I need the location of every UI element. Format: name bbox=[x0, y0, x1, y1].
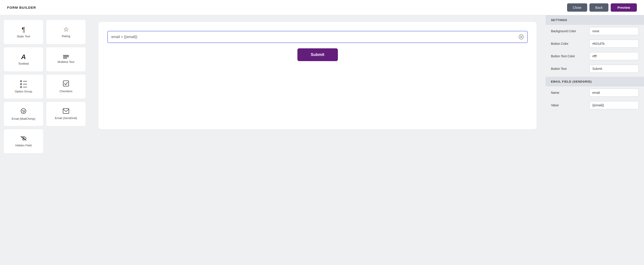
settings-section-header: SETTINGS bbox=[546, 15, 644, 25]
checkbox-icon bbox=[63, 80, 69, 88]
email-field-text: email = {{email}} bbox=[111, 35, 519, 39]
submit-row: Submit bbox=[107, 48, 528, 61]
star-icon: ☆ bbox=[63, 27, 69, 33]
component-label: Email (SendGrid) bbox=[55, 116, 77, 120]
svg-rect-4 bbox=[63, 109, 69, 113]
button-text-label: Button Text bbox=[551, 67, 587, 71]
mailchimp-icon bbox=[20, 108, 27, 115]
settings-panel: SETTINGS Background Color Button Color B… bbox=[546, 15, 644, 265]
value-input[interactable] bbox=[590, 101, 639, 109]
back-button[interactable]: Back bbox=[590, 3, 608, 12]
button-text-input[interactable] bbox=[590, 65, 639, 73]
textfield-icon: A bbox=[21, 54, 26, 60]
settings-row-button-text-color: Button Text Color bbox=[546, 50, 644, 63]
component-label: Multiline Text bbox=[58, 60, 74, 64]
background-color-label: Background Color bbox=[551, 29, 587, 33]
settings-email-rows: Name Value bbox=[546, 86, 644, 113]
multiline-icon bbox=[63, 55, 69, 58]
component-label: Checkbox bbox=[60, 90, 72, 93]
field-clear-button[interactable] bbox=[519, 35, 524, 39]
component-rating[interactable]: ☆ Rating bbox=[46, 20, 86, 44]
main-layout: ¶ Static Text ☆ Rating A Textfield Multi… bbox=[0, 15, 644, 265]
svg-rect-0 bbox=[63, 81, 69, 86]
settings-row-button-color: Button Color bbox=[546, 37, 644, 50]
form-preview-area: email = {{email}} Submit bbox=[98, 22, 537, 129]
hidden-icon bbox=[20, 136, 27, 142]
background-color-input[interactable] bbox=[590, 27, 639, 35]
app-title: FORM BUILDER bbox=[7, 6, 36, 10]
settings-row-background-color: Background Color bbox=[546, 25, 644, 37]
component-email-mailchimp[interactable]: Email (MailChimp) bbox=[4, 102, 44, 126]
component-hidden-field[interactable]: Hidden Field bbox=[4, 129, 44, 154]
sendgrid-icon bbox=[63, 108, 69, 115]
svg-point-3 bbox=[24, 110, 25, 111]
component-static-text[interactable]: ¶ Static Text bbox=[4, 20, 44, 44]
component-label: Option Group bbox=[15, 90, 32, 93]
header-actions: Close Back Preview bbox=[567, 3, 637, 12]
button-text-color-input[interactable] bbox=[590, 52, 639, 60]
preview-button[interactable]: Preview bbox=[611, 3, 637, 12]
component-label: Static Text bbox=[17, 35, 30, 38]
settings-row-value: Value bbox=[546, 99, 644, 111]
component-checkbox[interactable]: Checkbox bbox=[46, 74, 86, 99]
component-label: Email (MailChimp) bbox=[12, 117, 35, 120]
clear-field-icon bbox=[519, 35, 524, 39]
component-email-sendgrid[interactable]: Email (SendGrid) bbox=[46, 102, 86, 126]
name-label: Name bbox=[551, 91, 587, 94]
value-label: Value bbox=[551, 103, 587, 107]
button-text-color-label: Button Text Color bbox=[551, 54, 587, 58]
close-button[interactable]: Close bbox=[567, 3, 587, 12]
component-label: Rating bbox=[62, 35, 70, 38]
app-header: FORM BUILDER Close Back Preview bbox=[0, 0, 644, 15]
svg-point-2 bbox=[22, 110, 23, 111]
component-palette: ¶ Static Text ☆ Rating A Textfield Multi… bbox=[0, 15, 90, 265]
form-canvas: email = {{email}} Submit bbox=[90, 15, 546, 265]
button-color-label: Button Color bbox=[551, 42, 587, 46]
component-label: Hidden Field bbox=[16, 144, 32, 147]
email-section-header: EMAIL FIELD (SENDGRID) bbox=[546, 77, 644, 86]
option-group-icon bbox=[20, 80, 27, 88]
email-field-row[interactable]: email = {{email}} bbox=[107, 31, 528, 43]
settings-row-name: Name bbox=[546, 86, 644, 99]
component-multiline-text[interactable]: Multiline Text bbox=[46, 47, 86, 72]
paragraph-icon: ¶ bbox=[22, 26, 25, 33]
settings-row-button-text: Button Text bbox=[546, 63, 644, 75]
component-textfield[interactable]: A Textfield bbox=[4, 47, 44, 72]
submit-button[interactable]: Submit bbox=[298, 48, 338, 61]
name-input[interactable] bbox=[590, 89, 639, 97]
component-label: Textfield bbox=[18, 62, 29, 65]
component-option-group[interactable]: Option Group bbox=[4, 74, 44, 99]
settings-general-rows: Background Color Button Color Button Tex… bbox=[546, 25, 644, 77]
button-color-input[interactable] bbox=[590, 40, 639, 48]
